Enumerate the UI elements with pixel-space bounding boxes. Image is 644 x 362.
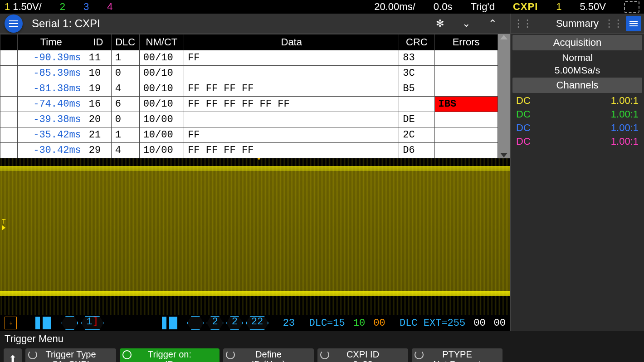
cell-time: -39.38ms <box>17 112 85 127</box>
channel-ratio: 1.00:1 <box>611 122 639 134</box>
cell-crc: 83 <box>399 50 434 66</box>
cell-error <box>434 127 498 143</box>
ch2-number[interactable]: 2 <box>60 1 65 13</box>
serial-decode-table: Time ID DLC NM/CT Data CRC Errors -90.39… <box>0 34 498 158</box>
drag-handle-icon[interactable]: ⋮⋮ <box>604 18 622 29</box>
trigger-on-button[interactable]: Trigger on: ID <box>120 348 220 362</box>
cell-error <box>434 81 498 97</box>
col-crc[interactable]: CRC <box>399 34 434 50</box>
cell-nmct: 10/00 <box>139 112 184 127</box>
trigger-type-button[interactable]: Trigger Type S1: CXPI <box>25 348 116 362</box>
channel-row[interactable]: DC1.00:1 <box>511 135 644 148</box>
table-row[interactable]: -74.40ms16600/10FF FF FF FF FF FFIBS <box>0 97 498 112</box>
trigger-menu-title: Trigger Menu <box>0 331 644 347</box>
table-row[interactable]: -85.39ms10000/103C <box>0 66 498 81</box>
softkey-bar: ⬆ Trigger Type S1: CXPI Trigger on: ID D… <box>0 347 644 362</box>
col-errors[interactable]: Errors <box>434 34 498 50</box>
col-data[interactable]: Data <box>184 34 399 50</box>
cell-id: 21 <box>85 127 111 143</box>
ch3-number[interactable]: 3 <box>83 1 89 13</box>
trigger-source-label[interactable]: CXPI <box>513 1 538 13</box>
cell-time: -90.39ms <box>17 50 85 66</box>
cell-nmct: 00/10 <box>139 50 184 66</box>
cell-dlc: 0 <box>111 66 139 81</box>
timebase[interactable]: 20.00ms/ <box>374 1 415 13</box>
cell-id: 20 <box>85 112 111 127</box>
summary-title[interactable]: Summary <box>556 18 599 29</box>
zoom-indicator-icon[interactable] <box>624 1 639 13</box>
main-menu-button[interactable] <box>5 15 23 33</box>
table-row[interactable]: -35.42ms21110/00FF2C <box>0 127 498 143</box>
col-nmct[interactable]: NM/CT <box>139 34 184 50</box>
cell-dlc: 0 <box>111 112 139 127</box>
chevron-up-icon[interactable]: ⌃ <box>488 18 497 29</box>
col-id[interactable]: ID <box>85 34 111 50</box>
delay-time[interactable]: 0.0s <box>434 1 453 13</box>
table-row[interactable]: -39.38ms20010/00DE <box>0 112 498 127</box>
up-arrow-icon: ⬆ <box>9 354 17 362</box>
cell-time: -85.39ms <box>17 66 85 81</box>
ch4-number[interactable]: 4 <box>107 1 112 13</box>
cell-crc: B5 <box>399 81 434 97</box>
channel-row[interactable]: DC1.00:1 <box>511 121 644 135</box>
trigger-position-icon[interactable] <box>255 158 263 160</box>
table-row[interactable]: -81.38ms19400/10FF FF FF FFB5 <box>0 81 498 97</box>
decode-ext: DLC EXT=255 <box>400 318 465 329</box>
drag-handle-icon[interactable]: ⋮⋮ <box>513 18 532 29</box>
cxpi-id-button[interactable]: CXPI ID 0x23 <box>317 348 408 362</box>
acquisition-button[interactable]: Acquisition <box>512 35 642 50</box>
trigger-level-marker[interactable]: T <box>2 218 6 230</box>
cell-nmct: 00/10 <box>139 97 184 112</box>
summary-panel: ⋮⋮ Summary ⋮⋮ Acquisition Normal 5.00MSa… <box>510 14 644 331</box>
table-scrollbar[interactable] <box>498 34 510 158</box>
cell-crc: D6 <box>399 143 434 158</box>
channel-row[interactable]: DC1.00:1 <box>511 108 644 121</box>
channel-coupling: DC <box>516 95 531 107</box>
col-time[interactable]: Time <box>17 34 85 50</box>
cell-nmct: 00/10 <box>139 81 184 97</box>
decode-ext-v2: 00 <box>494 318 506 329</box>
trigger-level[interactable]: 5.50V <box>580 1 606 13</box>
cell-id: 16 <box>85 97 111 112</box>
acq-mode: Normal <box>511 51 644 64</box>
channels-button[interactable]: Channels <box>512 78 642 93</box>
cell-nmct: 00/10 <box>139 66 184 81</box>
rotate-icon <box>320 350 329 359</box>
decode-ext-v1: 00 <box>473 318 485 329</box>
cell-data: FF <box>184 127 399 143</box>
cell-time: -74.40ms <box>17 97 85 112</box>
trigger-channel: 1 <box>556 1 561 13</box>
cell-dlc: 4 <box>111 81 139 97</box>
decode-id: 23 <box>283 318 295 329</box>
rotate-icon <box>415 350 424 359</box>
cell-data: FF FF FF FF <box>184 81 399 97</box>
scroll-down-icon[interactable] <box>500 153 507 157</box>
summary-menu-button[interactable] <box>626 16 641 31</box>
cell-id: 19 <box>85 81 111 97</box>
cell-time: -81.38ms <box>17 81 85 97</box>
ch1-number[interactable]: 1 <box>5 1 10 13</box>
scroll-up-icon[interactable] <box>500 35 507 39</box>
table-row[interactable]: -30.42ms29410/00FF FF FF FFD6 <box>0 143 498 158</box>
waveform-display[interactable]: T <box>0 158 510 315</box>
cell-error <box>434 66 498 81</box>
decode-dlc-v1: 10 <box>353 318 365 329</box>
channel-ratio: 1.00:1 <box>611 108 639 120</box>
ground-ref-icon[interactable]: ⏚ <box>5 317 17 329</box>
chevron-down-icon[interactable]: ⌄ <box>462 18 470 29</box>
ptype-button[interactable]: PTYPE Not Present <box>412 348 503 362</box>
back-button[interactable]: ⬆ <box>4 348 22 362</box>
decode-frame: 2 <box>206 316 223 330</box>
cell-data: FF FF FF FF <box>184 143 399 158</box>
gear-icon[interactable]: ✻ <box>436 18 444 29</box>
define-button[interactable]: Define ID (Hex) <box>223 348 314 362</box>
lister-title[interactable]: Serial 1: CXPI <box>32 17 100 30</box>
table-row[interactable]: -90.39ms11100/10FF83 <box>0 50 498 66</box>
cell-crc: DE <box>399 112 434 127</box>
cell-id: 11 <box>85 50 111 66</box>
cell-dlc: 1 <box>111 50 139 66</box>
lister-header: Serial 1: CXPI ✻ ⌄ ⌃ <box>0 14 510 34</box>
channel-row[interactable]: DC1.00:1 <box>511 94 644 108</box>
cell-dlc: 6 <box>111 97 139 112</box>
col-dlc[interactable]: DLC <box>111 34 139 50</box>
